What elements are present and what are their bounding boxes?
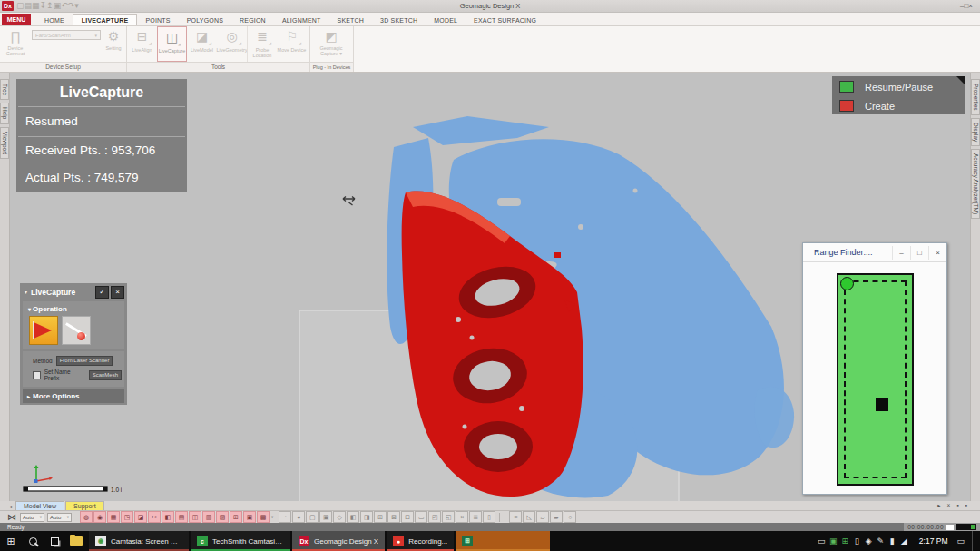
set-name-prefix-checkbox[interactable] [33, 371, 41, 379]
collapse-icon[interactable]: ▾ [24, 289, 27, 295]
usb-device-tray-icon[interactable]: ▯ [851, 531, 863, 551]
ribbon-tab[interactable]: POINTS [137, 15, 178, 25]
view-tool-icon[interactable]: ◨ [360, 511, 373, 523]
auto-mode-dropdown-2[interactable]: Auto ▾ [47, 513, 72, 522]
selection-tool-icon[interactable]: ▥ [202, 511, 215, 523]
selection-tool-icon[interactable]: ◉ [93, 511, 106, 523]
display-tool-icon[interactable]: ▰ [550, 511, 563, 523]
taskbar-task-button[interactable]: ⊞ [456, 531, 550, 551]
close-view-icon[interactable]: × [947, 502, 951, 509]
taskbar-task-button[interactable]: Dx Geomagic Design X [292, 531, 385, 551]
ribbon-tab[interactable]: REGION [231, 15, 274, 25]
display-tool-icon[interactable]: ◺ [523, 511, 535, 523]
file-explorer-button[interactable] [65, 531, 87, 551]
pen-tray-icon[interactable]: ✎ [875, 531, 887, 551]
taskbar-task-button[interactable]: ◉ Camtasia: Screen Rec... [89, 531, 189, 551]
ribbon-tab[interactable]: ALIGNMENT [274, 15, 329, 25]
menu-button[interactable]: MENU [2, 14, 31, 25]
show-desktop-button[interactable] [972, 531, 976, 551]
view-tool-icon[interactable]: ◕ [292, 511, 305, 523]
selection-tool-icon[interactable]: ◫ [189, 511, 201, 523]
ribbon-tab[interactable]: POLYGONS [179, 15, 231, 25]
selection-tool-icon[interactable]: ⊞ [230, 511, 242, 523]
range-finder-titlebar[interactable]: Range Finder:... –□× [803, 243, 946, 262]
view-tool-icon[interactable]: ◔ [279, 511, 291, 523]
ribbon-tool-button[interactable]: ⚐ ◢ Move Device [277, 26, 307, 62]
fit-view-icon[interactable]: ⋈ [0, 512, 20, 522]
more-tools-icon[interactable]: ▾ [271, 515, 273, 519]
device-connect-button[interactable]: ∏ Device Connect [0, 26, 31, 62]
pin-view-icon[interactable]: ▪ [965, 502, 967, 509]
selection-tool-icon[interactable]: ◳ [121, 511, 133, 523]
setting-button[interactable]: ⚙ Setting [102, 26, 125, 62]
selection-tool-icon[interactable]: ▨ [216, 511, 229, 523]
camtasia-tray-icon[interactable]: ▣ [828, 531, 839, 551]
view-tool-icon[interactable]: ≣ [469, 511, 482, 523]
ribbon-tool-button[interactable]: ◪ ◢ LiveModel [187, 26, 217, 62]
range-finder-maximize-button[interactable]: □ [910, 246, 928, 260]
right-side-tab[interactable]: Accuracy Analyzer(TM) [971, 149, 980, 219]
search-button[interactable] [22, 531, 44, 551]
task-view-button[interactable] [44, 531, 65, 551]
capture-control-button[interactable]: Resume/Pause [839, 78, 961, 95]
start-button[interactable]: ⊞ [0, 531, 22, 551]
operation-section-header[interactable]: ▾Operation [23, 303, 124, 316]
view-tool-icon[interactable]: × [456, 511, 468, 523]
view-tab[interactable]: Model View [15, 501, 64, 510]
ribbon-tool-button[interactable]: ⊟ ◢ LiveAlign [127, 26, 157, 62]
range-finder-minimize-button[interactable]: – [892, 246, 910, 260]
more-options-toggle[interactable]: ▸More Options [23, 389, 124, 403]
auto-mode-dropdown-1[interactable]: Auto ▾ [20, 513, 44, 522]
close-button[interactable]: × [968, 2, 973, 10]
ribbon-tab[interactable]: MODEL [426, 15, 466, 25]
geomagic-capture-button[interactable]: ◩ Geomagic Capture ▾ [310, 26, 352, 62]
view-tool-icon[interactable]: ◰ [428, 511, 441, 523]
method-dropdown[interactable]: From Laser Scanner [56, 356, 113, 366]
view-tool-icon[interactable]: ◱ [442, 511, 455, 523]
scroll-left-icon[interactable]: ◂ [0, 503, 15, 509]
ribbon-tab[interactable]: 3D SKETCH [372, 15, 426, 25]
capture-control-button[interactable]: Create [839, 97, 961, 114]
display-tool-icon[interactable]: ≡ [509, 511, 522, 523]
view-tool-icon[interactable]: ◧ [347, 511, 359, 523]
taskbar-task-button[interactable]: c TechSmith Camtasia ... [191, 531, 290, 551]
display-tool-icon[interactable]: ○ [564, 511, 576, 523]
view-tab[interactable]: Support [65, 501, 104, 510]
selection-tool-icon[interactable]: ▦ [107, 511, 120, 523]
left-side-tab[interactable]: Tree [0, 79, 9, 100]
ribbon-tool-button[interactable]: ≣ ◢ Probe Location [247, 26, 277, 62]
selection-tool-icon[interactable]: ✂ [148, 511, 161, 523]
view-tool-icon[interactable]: ⊞ [374, 511, 387, 523]
wifi-tray-icon[interactable]: ◢ [898, 531, 910, 551]
selection-tool-icon[interactable]: ▤ [175, 511, 188, 523]
ribbon-tab[interactable]: SKETCH [329, 15, 373, 25]
taskbar-clock[interactable]: 2:17 PM [912, 536, 956, 546]
right-side-tab[interactable]: Properties [971, 79, 980, 115]
device-select-dropdown[interactable]: Faro/ScanArm ▾ [32, 30, 101, 40]
selection-tool-icon[interactable]: ◧ [162, 511, 174, 523]
view-tool-icon[interactable]: ◇ [333, 511, 346, 523]
battery-tray-icon[interactable]: ▮ [887, 531, 898, 551]
apply-button[interactable]: ✓ [95, 286, 109, 299]
scroll-right-icon[interactable]: ▸ [937, 502, 940, 509]
ribbon-tab[interactable]: EXACT SURFACING [466, 15, 544, 25]
action-center-icon[interactable]: ▭ [956, 536, 970, 546]
selection-tool-icon[interactable]: ◍ [80, 511, 93, 523]
prefix-input[interactable]: ScanMesh [89, 370, 122, 380]
range-finder-close-button[interactable]: × [928, 246, 946, 260]
left-side-tab[interactable]: Viewport [0, 127, 9, 159]
taskbar-task-button[interactable]: ● Recording... [387, 531, 454, 551]
ribbon-tab[interactable]: LIVECAPTURE [73, 14, 138, 25]
left-side-tab[interactable]: Help [0, 103, 9, 123]
view-tool-icon[interactable]: ▢ [306, 511, 318, 523]
ribbon-tool-button[interactable]: ◫ ◢ LiveCapture [157, 26, 187, 62]
cancel-button[interactable]: × [111, 286, 124, 299]
ribbon-tool-button[interactable]: ◎ ◢ LiveGeometry [217, 26, 247, 62]
selection-tool-icon[interactable]: ◪ [134, 511, 147, 523]
view-tool-icon[interactable]: ▯ [483, 511, 495, 523]
view-tool-icon[interactable]: ⊡ [401, 511, 414, 523]
excel-tray-icon[interactable]: ⊞ [839, 531, 851, 551]
selection-tool-icon[interactable]: ▣ [243, 511, 256, 523]
display-tool-icon[interactable]: ▱ [536, 511, 549, 523]
right-side-tab[interactable]: Display [971, 118, 980, 146]
